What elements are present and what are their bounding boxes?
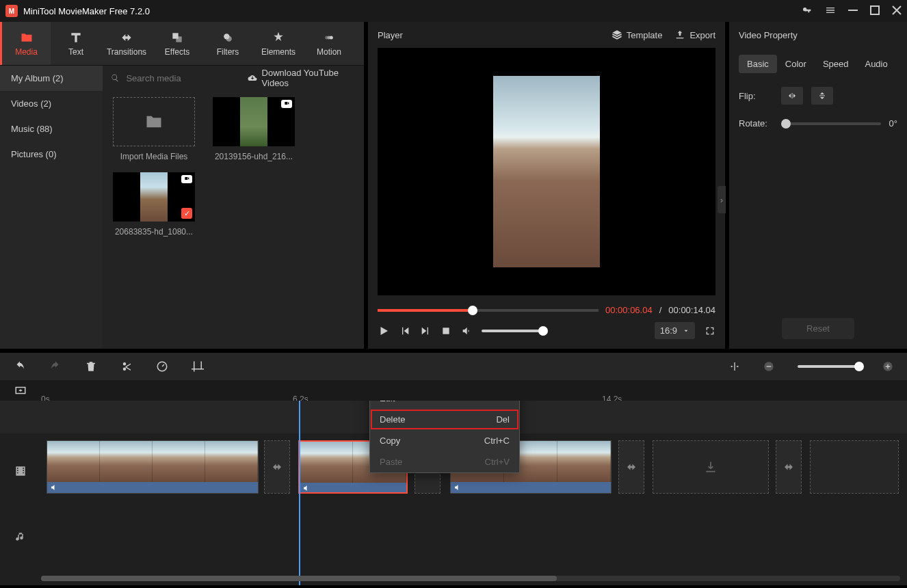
tab-filters[interactable]: Filters — [202, 22, 253, 65]
sidebar-item-music[interactable]: Music (88) — [0, 116, 103, 142]
app-title: MiniTool MovieMaker Free 7.2.0 — [23, 6, 802, 16]
playback-progress[interactable] — [378, 309, 599, 312]
key-icon[interactable] — [802, 5, 813, 18]
media-label: 20139156-uhd_216... — [209, 152, 298, 161]
media-thumbnail — [140, 172, 168, 222]
clip-drop-zone[interactable] — [653, 440, 769, 494]
transition-slot[interactable] — [264, 440, 290, 494]
flip-horizontal-button[interactable] — [781, 87, 803, 105]
motion-icon — [322, 31, 336, 44]
split-button[interactable] — [120, 360, 133, 373]
rotate-value: 0° — [889, 118, 897, 129]
media-thumbnail — [240, 97, 267, 146]
tab-label: Motion — [317, 47, 341, 57]
aspect-value: 16:9 — [660, 325, 677, 336]
minimize-button[interactable] — [848, 5, 858, 17]
stop-button[interactable] — [441, 325, 451, 336]
player-preview — [378, 48, 715, 295]
svg-rect-0 — [848, 10, 858, 11]
export-button[interactable]: Export — [674, 29, 715, 40]
svg-rect-9 — [443, 328, 449, 334]
menu-shortcut: Ctrl+V — [485, 457, 510, 467]
speed-button[interactable] — [156, 360, 168, 373]
playhead[interactable] — [299, 401, 300, 585]
tab-transitions[interactable]: Transitions — [101, 22, 152, 65]
sidebar-item-videos[interactable]: Videos (2) — [0, 91, 103, 116]
prop-tab-audio[interactable]: Audio — [856, 55, 895, 73]
tab-elements[interactable]: Elements — [253, 22, 304, 65]
add-marker-button[interactable] — [14, 384, 27, 397]
volume-slider[interactable] — [482, 330, 543, 332]
menu-label: Paste — [380, 457, 402, 467]
media-item[interactable]: ✓ 20683835-hd_1080... — [109, 172, 198, 237]
sidebar-item-myalbum[interactable]: My Album (2) — [0, 66, 103, 91]
music-icon — [14, 531, 27, 544]
transition-slot[interactable] — [776, 440, 802, 494]
media-sidebar: My Album (2) Videos (2) Music (88) Pictu… — [0, 66, 103, 349]
tab-media[interactable]: Media — [0, 22, 51, 65]
expand-panel-button[interactable]: › — [718, 186, 726, 213]
timeline-scrollbar[interactable] — [41, 576, 900, 581]
undo-button[interactable] — [14, 360, 26, 373]
rotate-slider[interactable] — [781, 122, 881, 125]
speaker-icon — [302, 484, 311, 492]
app-logo: M — [5, 5, 18, 17]
main-tabs: Media Text Transitions Effects Filters E… — [0, 22, 364, 66]
clip-drop-zone[interactable] — [810, 440, 899, 494]
flip-vertical-button[interactable] — [811, 87, 833, 105]
menu-label: Copy — [380, 436, 400, 446]
reset-button[interactable]: Reset — [782, 318, 854, 339]
timeline-clip[interactable] — [47, 440, 259, 494]
svg-rect-15 — [887, 364, 888, 369]
menu-shortcut: Ctrl+C — [484, 436, 510, 446]
prop-tab-basic[interactable]: Basic — [739, 55, 777, 73]
aspect-ratio-select[interactable]: 16:9 — [655, 322, 695, 339]
next-frame-button[interactable] — [420, 325, 431, 336]
context-menu-edit[interactable]: Edit — [370, 401, 519, 409]
media-label: 20683835-hd_1080... — [109, 227, 198, 237]
volume-button[interactable] — [461, 325, 472, 336]
tab-text[interactable]: Text — [51, 22, 101, 65]
time-total: 00:00:14.04 — [668, 305, 715, 315]
time-current: 00:00:06.04 — [605, 305, 653, 315]
tab-motion[interactable]: Motion — [304, 22, 354, 65]
prev-frame-button[interactable] — [399, 325, 410, 336]
download-label: Download YouTube Videos — [262, 68, 356, 88]
crop-button[interactable] — [192, 360, 204, 373]
fullscreen-button[interactable] — [705, 325, 715, 336]
zoom-slider[interactable] — [798, 365, 859, 368]
zoom-out-button[interactable] — [763, 361, 774, 372]
timeline-ruler[interactable]: 0s 6.2s 14.2s — [0, 380, 907, 401]
search-input[interactable] — [126, 73, 241, 83]
delete-button[interactable] — [85, 360, 97, 373]
prop-tab-color[interactable]: Color — [777, 55, 815, 73]
download-youtube-button[interactable]: Download YouTube Videos — [248, 68, 356, 88]
transition-slot[interactable] — [618, 440, 644, 494]
redo-button[interactable] — [49, 360, 62, 373]
timeline-toolbar — [0, 353, 907, 380]
prop-tab-speed[interactable]: Speed — [815, 55, 857, 73]
rotate-label: Rotate: — [739, 118, 773, 129]
layers-icon — [612, 29, 622, 40]
auto-fit-button[interactable] — [729, 361, 740, 372]
context-menu-copy[interactable]: Copy Ctrl+C — [370, 430, 519, 451]
import-media-button[interactable]: Import Media Files — [109, 97, 198, 161]
template-button[interactable]: Template — [612, 29, 663, 40]
svg-rect-3 — [176, 36, 181, 42]
menu-label: Delete — [380, 414, 406, 425]
sidebar-item-pictures[interactable]: Pictures (0) — [0, 142, 103, 167]
context-menu: Edit Delete Del Copy Ctrl+C Paste Ctrl+V — [369, 401, 520, 473]
template-label: Template — [627, 30, 663, 40]
media-item[interactable]: 20139156-uhd_216... — [209, 97, 298, 161]
zoom-in-button[interactable] — [882, 361, 893, 372]
menu-icon[interactable] — [825, 5, 836, 18]
tab-label: Text — [68, 47, 83, 57]
play-button[interactable] — [378, 325, 390, 337]
tab-effects[interactable]: Effects — [152, 22, 202, 65]
film-icon — [14, 464, 27, 478]
close-button[interactable] — [892, 5, 902, 17]
tab-label: Media — [15, 47, 38, 57]
export-label: Export — [689, 30, 715, 40]
context-menu-delete[interactable]: Delete Del — [370, 409, 519, 430]
maximize-button[interactable] — [870, 5, 880, 17]
